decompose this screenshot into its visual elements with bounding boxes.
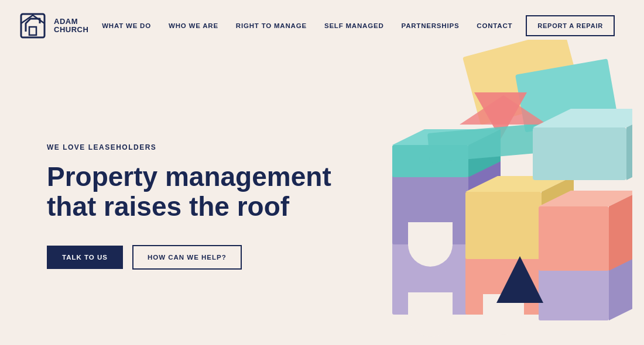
isometric-svg: [345, 40, 632, 344]
svg-rect-15: [539, 268, 609, 320]
main-nav: WHAT WE DO WHO WE ARE RIGHT TO MANAGE SE…: [102, 22, 512, 29]
cta-buttons: TALK TO US HOW CAN WE HELP?: [47, 245, 351, 270]
svg-rect-35: [533, 127, 626, 180]
svg-rect-1: [29, 27, 36, 35]
nav-who-we-are[interactable]: WHO WE ARE: [169, 22, 218, 29]
nav-right-to-manage[interactable]: RIGHT TO MANAGE: [236, 22, 307, 29]
talk-to-us-button[interactable]: TALK TO US: [47, 246, 123, 269]
svg-rect-26: [539, 206, 609, 271]
hero-text: WE LOVE LEASEHOLDERS Property management…: [47, 143, 351, 269]
how-can-we-help-button[interactable]: HOW CAN WE HELP?: [132, 245, 242, 270]
header: ADAM CHURCH WHAT WE DO WHO WE ARE RIGHT …: [0, 0, 644, 51]
svg-rect-23: [465, 192, 542, 259]
nav-self-managed[interactable]: SELF MANAGED: [324, 22, 384, 29]
hero-tagline: WE LOVE LEASEHOLDERS: [47, 143, 351, 151]
nav-what-we-do[interactable]: WHAT WE DO: [102, 22, 151, 29]
logo-text: ADAM CHURCH: [54, 18, 88, 34]
svg-rect-20: [408, 222, 453, 246]
hero-illustration: [345, 40, 632, 344]
nav-contact[interactable]: CONTACT: [477, 22, 512, 29]
nav-partnerships[interactable]: PARTNERSHIPS: [402, 22, 460, 29]
logo[interactable]: ADAM CHURCH: [18, 11, 88, 41]
svg-rect-7: [408, 292, 453, 316]
logo-name-top: ADAM: [54, 18, 88, 26]
hero-headline: Property management that raises the roof: [47, 162, 351, 221]
hero-section: WE LOVE LEASEHOLDERS Property management…: [0, 51, 644, 344]
svg-rect-0: [21, 14, 44, 37]
report-repair-button[interactable]: REPORT A REPAIR: [526, 15, 615, 36]
logo-name-bottom: CHURCH: [54, 26, 88, 34]
logo-icon: [18, 11, 48, 41]
